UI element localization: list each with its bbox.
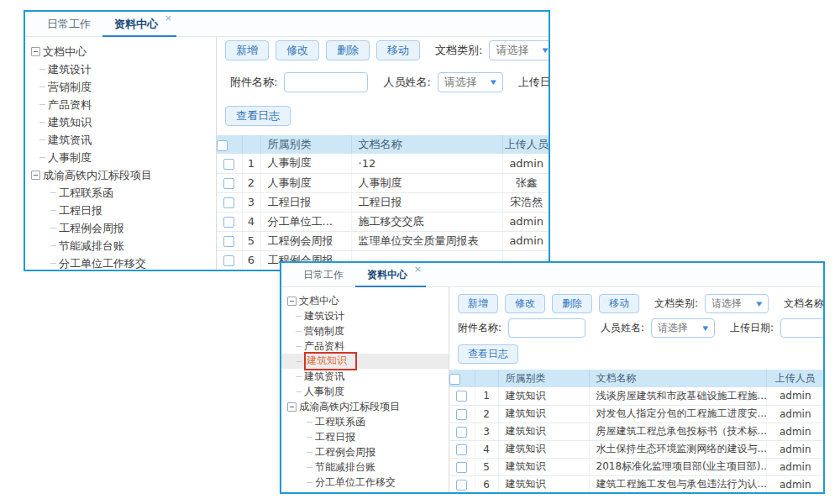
select-all-checkbox[interactable]: [449, 374, 460, 385]
table-row[interactable]: 5建筑知识2018标准化监理项目部(业主项目部)...admin: [449, 458, 823, 475]
upload-date-label: 上传日期:: [730, 321, 774, 335]
tree-item[interactable]: 工程日报: [25, 202, 216, 219]
collapse-icon[interactable]: [287, 402, 297, 412]
tab-daily-work[interactable]: 日常工作: [35, 12, 102, 36]
tree-item[interactable]: 节能减排台账: [281, 459, 449, 475]
tree-item-label: 文档中心: [299, 294, 339, 308]
tree-connector-icon: [39, 104, 45, 105]
tree-item[interactable]: 文档中心: [281, 293, 449, 308]
table-row[interactable]: 2人事制度人事制度张鑫: [217, 173, 549, 192]
doc-category-select[interactable]: 请选择▼: [705, 294, 769, 313]
row-checkbox[interactable]: [456, 462, 467, 473]
cell-category: 建筑知识: [498, 440, 589, 458]
collapse-icon[interactable]: [31, 171, 40, 180]
table-row[interactable]: 1建筑知识浅谈房屋建筑和市政基础设施工程施...admin: [449, 387, 823, 405]
tab-data-center[interactable]: 资料中心×: [102, 12, 176, 36]
tree-item[interactable]: 工程例会周报: [281, 444, 449, 459]
tree-item[interactable]: 分工单位工作移交: [25, 255, 216, 270]
tree-item[interactable]: 产品资料: [25, 96, 216, 113]
close-icon[interactable]: ×: [165, 13, 172, 23]
row-checkbox[interactable]: [223, 159, 234, 170]
cell-doc-name: 建筑工程施工发包与承包违法行为认...: [589, 475, 766, 492]
table-row[interactable]: 2建筑知识对发包人指定分包的工程施工进度安...admin: [449, 405, 823, 423]
row-checkbox[interactable]: [456, 444, 467, 455]
move-button[interactable]: 移动: [599, 294, 639, 313]
table-row[interactable]: 4建筑知识水土保持生态环境监测网络的建设与...admin: [449, 440, 823, 458]
table-row[interactable]: 3建筑知识房屋建筑工程总承包投标书（技术标...admin: [449, 423, 823, 440]
cell-category: 工程日报: [260, 192, 351, 212]
tree-item[interactable]: 工程日报: [281, 429, 449, 444]
chevron-down-icon: ▼: [756, 301, 762, 307]
select-all-checkbox[interactable]: [217, 140, 228, 151]
row-checkbox[interactable]: [223, 197, 234, 208]
tab-data-center[interactable]: 资料中心×: [355, 263, 426, 286]
delete-button[interactable]: 删除: [552, 294, 592, 313]
tree-item[interactable]: 人事制度: [25, 149, 216, 166]
tree-item[interactable]: 工程联系函: [25, 184, 216, 202]
row-checkbox[interactable]: [456, 427, 467, 438]
tree-item[interactable]: 建筑知识: [281, 354, 449, 369]
selection-highlight-box: 建筑知识: [304, 352, 357, 370]
toolbar-actions-row: 新增修改删除移动文档类别:请选择▼: [217, 40, 549, 60]
row-number: 2: [242, 173, 260, 192]
person-name-select[interactable]: 请选择▼: [651, 318, 715, 338]
tree-item[interactable]: 工程联系函: [281, 414, 449, 429]
tree-item[interactable]: 分工单位工作移交: [281, 475, 449, 490]
panel-body: 文档中心建筑设计营销制度产品资料建筑知识建筑资讯人事制度成渝高铁内江标段项目工程…: [25, 37, 549, 270]
tree-item-label: 工程例会周报: [59, 221, 124, 236]
row-checkbox[interactable]: [223, 217, 234, 228]
attachment-name-input[interactable]: [284, 72, 368, 92]
row-checkbox[interactable]: [223, 178, 234, 189]
close-icon[interactable]: ×: [414, 265, 422, 274]
tree-item[interactable]: 建筑设计: [25, 60, 216, 78]
table-row[interactable]: 5工程例会周报监理单位安全质量周报表admin: [217, 231, 549, 250]
delete-button[interactable]: 删除: [326, 40, 370, 60]
checkbox-cell: [217, 231, 242, 250]
row-checkbox[interactable]: [456, 391, 467, 402]
add-button[interactable]: 新增: [225, 40, 269, 60]
tree-item-label: 文档中心: [43, 45, 87, 60]
tree-item[interactable]: 文档中心: [25, 43, 216, 60]
collapse-icon[interactable]: [31, 47, 40, 56]
tree-item[interactable]: 成渝高铁内江标段项目: [25, 166, 216, 184]
tree-item[interactable]: 工程例会周报: [25, 219, 216, 237]
tree-item[interactable]: 成渝高铁内江标段项目: [281, 399, 449, 414]
tree-item[interactable]: 建筑知识: [25, 113, 216, 131]
table-row[interactable]: 4分工单位工...施工移交交底admin: [217, 212, 549, 231]
view-log-button[interactable]: 查看日志: [225, 106, 291, 126]
person-name-select[interactable]: 请选择▼: [438, 72, 503, 92]
tree-item[interactable]: 营销制度: [281, 323, 449, 339]
modify-button[interactable]: 修改: [505, 294, 545, 313]
tree-item[interactable]: 人事制度: [281, 384, 449, 399]
add-button[interactable]: 新增: [458, 294, 498, 313]
cell-category: 建筑知识: [498, 423, 589, 440]
tree-item-label: 建筑资讯: [48, 133, 92, 148]
table-row[interactable]: 1人事制度·12admin: [217, 154, 549, 173]
tree-item[interactable]: 建筑设计: [281, 308, 449, 323]
doc-category-select[interactable]: 请选择▼: [489, 40, 549, 60]
tree-connector-icon: [50, 192, 56, 193]
cell-doc-name: 工程日报: [351, 192, 502, 212]
tree-item[interactable]: 建筑资讯: [281, 369, 449, 384]
tree-item[interactable]: 建筑资讯: [25, 131, 216, 149]
table-row[interactable]: 6建筑知识建筑工程施工发包与承包违法行为认...admin: [449, 475, 823, 492]
attachment-name-input[interactable]: [508, 318, 585, 338]
tree-item[interactable]: 营销制度: [25, 78, 216, 96]
row-checkbox[interactable]: [223, 255, 234, 266]
row-checkbox[interactable]: [456, 480, 467, 491]
move-button[interactable]: 移动: [376, 40, 420, 60]
upload-date-input[interactable]: [780, 318, 823, 338]
modify-button[interactable]: 修改: [276, 40, 319, 60]
table-row[interactable]: 3工程日报工程日报宋浩然: [217, 192, 549, 212]
column-header-uploader: 上传人员: [766, 370, 823, 387]
tree-item-label: 产品资料: [304, 339, 344, 354]
row-checkbox[interactable]: [456, 409, 467, 420]
tree-item-label: 工程日报: [315, 430, 355, 444]
cell-doc-name: 监理单位安全质量周报表: [351, 231, 502, 250]
tree-item[interactable]: 节能减排台账: [25, 237, 216, 255]
selected-value: 请选择: [711, 297, 742, 311]
view-log-button[interactable]: 查看日志: [458, 344, 518, 364]
collapse-icon[interactable]: [287, 297, 297, 306]
tab-daily-work[interactable]: 日常工作: [291, 263, 355, 286]
row-checkbox[interactable]: [223, 236, 234, 247]
